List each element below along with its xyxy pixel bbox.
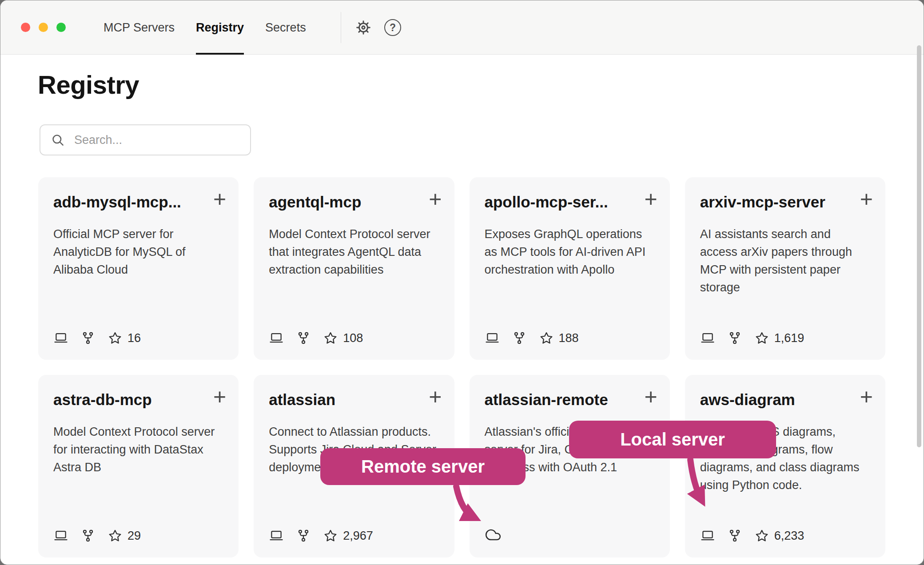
- server-name: aws-diagram: [700, 391, 870, 409]
- star-group: 108: [323, 330, 363, 346]
- add-server-button[interactable]: +: [858, 384, 875, 410]
- laptop-icon: [700, 330, 715, 346]
- server-description: AI assistants search and access arXiv pa…: [700, 225, 870, 296]
- tab-registry[interactable]: Registry: [196, 0, 244, 55]
- add-server-button[interactable]: +: [643, 186, 659, 212]
- star-count: 188: [559, 331, 579, 345]
- app-window: MCP Servers Registry Secrets ? Registry …: [0, 0, 924, 565]
- add-server-button[interactable]: +: [211, 384, 228, 410]
- server-card-footer: 29: [53, 528, 141, 543]
- server-card[interactable]: apollo-mcp-ser... + Exposes GraphQL oper…: [470, 177, 670, 360]
- add-server-button[interactable]: +: [211, 186, 228, 212]
- remote-server-callout: Remote server: [320, 448, 526, 485]
- star-count: 16: [127, 331, 141, 345]
- server-name: agentql-mcp: [269, 193, 439, 211]
- star-group: 29: [108, 528, 141, 543]
- fork-icon: [80, 528, 96, 543]
- server-card-footer: [485, 526, 502, 543]
- server-card-grid: adb-mysql-mcp... + Official MCP server f…: [38, 177, 885, 557]
- add-server-button[interactable]: +: [858, 186, 875, 212]
- server-card-footer: 1,619: [700, 330, 805, 346]
- laptop-icon: [485, 330, 500, 346]
- screenshot-stage: MCP Servers Registry Secrets ? Registry …: [0, 0, 924, 565]
- server-description: Official MCP server for AnalyticDB for M…: [53, 225, 223, 279]
- server-card[interactable]: arxiv-mcp-server + AI assistants search …: [685, 177, 885, 360]
- laptop-icon: [269, 330, 284, 346]
- gear-icon: [354, 18, 373, 37]
- star-count: 1,619: [774, 331, 805, 345]
- server-card[interactable]: aws-diagram + Generate AWS diagrams, seq…: [685, 375, 885, 557]
- settings-button[interactable]: [354, 18, 373, 37]
- star-icon: [323, 528, 338, 543]
- help-button[interactable]: ?: [384, 19, 401, 36]
- server-card-footer: 2,967: [269, 528, 373, 543]
- window-controls: [21, 23, 66, 32]
- star-group: 188: [539, 330, 579, 346]
- server-name: arxiv-mcp-server: [700, 193, 870, 211]
- star-icon: [108, 330, 123, 346]
- star-icon: [108, 528, 123, 543]
- fork-icon: [727, 330, 742, 346]
- tab-mcp-servers[interactable]: MCP Servers: [104, 0, 175, 55]
- server-card[interactable]: adb-mysql-mcp... + Official MCP server f…: [38, 177, 239, 360]
- minimize-window-button[interactable]: [39, 23, 48, 32]
- star-group: 2,967: [323, 528, 373, 543]
- search-icon: [50, 132, 65, 147]
- fork-icon: [296, 330, 311, 346]
- star-group: 1,619: [754, 330, 805, 346]
- add-server-button[interactable]: +: [427, 384, 443, 410]
- server-name: astra-db-mcp: [53, 391, 223, 409]
- server-card-footer: 6,233: [700, 528, 805, 543]
- server-description: Model Context Protocol server for intera…: [53, 423, 223, 476]
- fork-icon: [80, 330, 96, 346]
- star-icon: [754, 528, 769, 543]
- server-card-footer: 188: [485, 330, 579, 346]
- search-input[interactable]: [73, 133, 240, 147]
- main-nav: MCP Servers Registry Secrets: [104, 0, 306, 55]
- star-icon: [539, 330, 554, 346]
- star-count: 29: [127, 529, 141, 543]
- tab-secrets[interactable]: Secrets: [265, 0, 306, 55]
- star-count: 6,233: [774, 529, 805, 543]
- star-group: 16: [108, 330, 141, 346]
- star-icon: [323, 330, 338, 346]
- server-name: adb-mysql-mcp...: [53, 193, 223, 211]
- cloud-icon: [485, 526, 502, 543]
- titlebar: MCP Servers Registry Secrets ?: [0, 0, 924, 55]
- add-server-button[interactable]: +: [643, 384, 659, 410]
- fork-icon: [727, 528, 742, 543]
- header-divider: [341, 12, 341, 43]
- star-count: 2,967: [343, 529, 373, 543]
- star-group: 6,233: [754, 528, 805, 543]
- server-name: atlassian: [269, 391, 439, 409]
- zoom-window-button[interactable]: [56, 23, 66, 32]
- server-name: atlassian-remote: [485, 391, 655, 409]
- star-icon: [754, 330, 769, 346]
- fork-icon: [512, 330, 527, 346]
- local-server-callout: Local server: [569, 421, 776, 458]
- laptop-icon: [53, 528, 68, 543]
- laptop-icon: [269, 528, 284, 543]
- add-server-button[interactable]: +: [427, 186, 443, 212]
- server-card-footer: 16: [53, 330, 141, 346]
- server-description: Exposes GraphQL operations as MCP tools …: [485, 225, 655, 279]
- close-window-button[interactable]: [21, 23, 30, 32]
- server-card[interactable]: astra-db-mcp + Model Context Protocol se…: [38, 375, 239, 557]
- vertical-scrollbar[interactable]: [917, 45, 921, 447]
- laptop-icon: [53, 330, 68, 346]
- server-name: apollo-mcp-ser...: [485, 193, 655, 211]
- server-card-footer: 108: [269, 330, 363, 346]
- fork-icon: [296, 528, 311, 543]
- search-box: [40, 124, 251, 155]
- server-card[interactable]: agentql-mcp + Model Context Protocol ser…: [254, 177, 454, 360]
- laptop-icon: [700, 528, 715, 543]
- server-description: Model Context Protocol server that integ…: [269, 225, 439, 279]
- page-title: Registry: [38, 70, 139, 99]
- star-count: 108: [343, 331, 363, 345]
